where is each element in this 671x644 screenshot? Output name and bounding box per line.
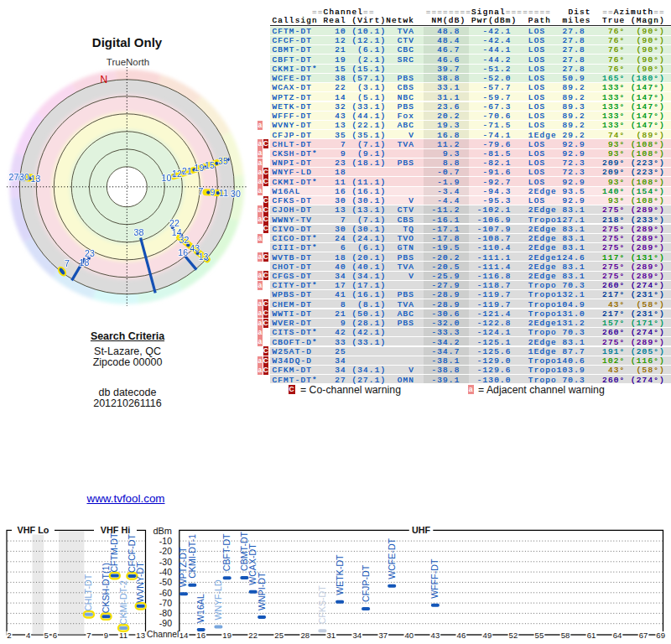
svg-text:49: 49: [483, 631, 492, 640]
svg-text:30: 30: [19, 172, 29, 182]
svg-text:22: 22: [169, 218, 179, 228]
svg-text:13: 13: [31, 174, 41, 184]
svg-text:-60: -60: [159, 588, 172, 598]
svg-text:13: 13: [199, 252, 209, 262]
svg-text:13: 13: [136, 631, 145, 640]
svg-text:28: 28: [300, 631, 309, 640]
svg-text:58: 58: [561, 631, 570, 640]
svg-text:-40: -40: [159, 567, 172, 577]
svg-text:-10: -10: [159, 536, 172, 546]
svg-text:WNPI-DT: WNPI-DT: [257, 572, 267, 610]
svg-text:16: 16: [178, 247, 188, 257]
svg-text:40: 40: [404, 631, 414, 640]
svg-text:67: 67: [639, 631, 648, 640]
svg-text:N: N: [101, 74, 108, 86]
svg-text:CBFT-DT: CBFT-DT: [221, 533, 231, 571]
svg-text:-90: -90: [159, 618, 172, 628]
svg-text:CHLT-DT: CHLT-DT: [83, 574, 93, 610]
svg-text:WCFE-DT: WCFE-DT: [387, 538, 397, 579]
svg-text:61: 61: [587, 631, 596, 640]
svg-text:Channel: Channel: [147, 630, 179, 639]
svg-text:64: 64: [613, 631, 622, 640]
svg-text:43: 43: [431, 631, 440, 640]
svg-text:WETK-DT: WETK-DT: [335, 554, 345, 595]
svg-text:7: 7: [86, 631, 91, 640]
svg-text:46: 46: [457, 631, 466, 640]
svg-text:55: 55: [535, 631, 544, 640]
svg-text:9: 9: [211, 187, 216, 197]
svg-text:9: 9: [104, 631, 108, 640]
svg-text:dBm: dBm: [153, 526, 172, 536]
svg-text:14: 14: [179, 631, 189, 640]
svg-text:7: 7: [199, 186, 204, 196]
svg-text:WNYF-LD: WNYF-LD: [213, 579, 223, 621]
svg-text:CKMI-DT-2: CKMI-DT-2: [118, 580, 128, 625]
svg-text:25: 25: [274, 631, 283, 640]
svg-text:4: 4: [26, 631, 31, 640]
svg-text:11: 11: [219, 188, 228, 198]
svg-text:-50: -50: [159, 577, 172, 587]
svg-text:15: 15: [205, 160, 215, 170]
svg-text:32: 32: [179, 235, 190, 245]
svg-text:19: 19: [195, 163, 205, 173]
svg-text:5: 5: [44, 631, 49, 640]
svg-text:10: 10: [162, 173, 172, 183]
svg-text:VHF Lo: VHF Lo: [18, 525, 49, 535]
svg-text:UHF: UHF: [412, 525, 431, 535]
svg-text:35: 35: [218, 156, 228, 166]
svg-text:19: 19: [222, 631, 231, 640]
svg-text:52: 52: [509, 631, 518, 640]
svg-text:69: 69: [656, 631, 665, 640]
svg-text:CFKS-DT: CFKS-DT: [317, 585, 327, 624]
svg-text:30: 30: [231, 189, 241, 199]
svg-text:CKMI-DT-1: CKMI-DT-1: [187, 534, 197, 579]
svg-text:W16AL: W16AL: [195, 594, 205, 623]
svg-text:CFJP-DT: CFJP-DT: [361, 564, 371, 602]
svg-text:WVNY-DT: WVNY-DT: [135, 562, 145, 603]
svg-text:27: 27: [9, 172, 19, 182]
svg-text:6: 6: [53, 631, 57, 640]
svg-text:-80: -80: [159, 608, 172, 618]
svg-text:38: 38: [133, 227, 143, 237]
svg-text:CFTM-DT: CFTM-DT: [109, 532, 119, 573]
svg-text:18: 18: [80, 257, 90, 267]
svg-text:22: 22: [248, 631, 257, 640]
svg-text:7: 7: [65, 258, 70, 268]
svg-text:WFFF-DT: WFFF-DT: [429, 558, 440, 599]
svg-text:-30: -30: [159, 557, 172, 567]
svg-text:37: 37: [378, 631, 388, 640]
svg-text:34: 34: [352, 631, 362, 640]
svg-text:31: 31: [326, 631, 336, 640]
svg-text:16: 16: [196, 631, 205, 640]
svg-text:12: 12: [172, 169, 182, 179]
svg-text:-70: -70: [159, 598, 172, 608]
svg-text:2: 2: [7, 631, 11, 640]
svg-text:21: 21: [182, 166, 192, 176]
svg-text:-20: -20: [159, 546, 172, 556]
